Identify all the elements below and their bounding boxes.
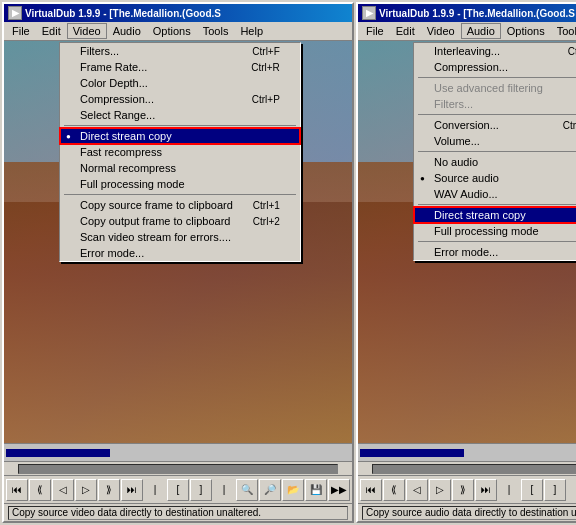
- menu-item-colordepth[interactable]: Color Depth...: [60, 75, 300, 91]
- right-status-label: Copy source audio data directly to desti…: [366, 507, 576, 518]
- audio-menu-advanced[interactable]: Use advanced filtering: [414, 80, 576, 96]
- audio-menu-errormode[interactable]: Error mode...: [414, 244, 576, 260]
- right-title-bar: ▶ VirtualDub 1.9.9 - [The.Medallion.(Goo…: [358, 4, 576, 22]
- menu-item-errormode[interactable]: Error mode...: [60, 245, 300, 261]
- right-toolbar: ⏮ ⟪ ◁ ▷ ⟫ ⏭ | [ ] | 🔍 🔎 📂 💾 ▶▶: [358, 475, 576, 503]
- btn-zoom-in[interactable]: 🔍: [236, 479, 258, 501]
- right-btn-next-key[interactable]: ⟫: [452, 479, 474, 501]
- separator-1: [64, 125, 296, 126]
- audio-sep-1: [418, 77, 576, 78]
- right-menu-tools[interactable]: Tools: [551, 23, 576, 39]
- btn-start[interactable]: ⏮: [6, 479, 28, 501]
- right-btn-mark-out[interactable]: ]: [544, 479, 566, 501]
- audio-menu-fullprocessing[interactable]: Full processing mode: [414, 223, 576, 239]
- btn-end[interactable]: ⏭: [121, 479, 143, 501]
- audio-sep-5: [418, 241, 576, 242]
- right-btn-prev-key[interactable]: ⟪: [383, 479, 405, 501]
- audio-menu-wav[interactable]: WAV Audio...: [414, 186, 576, 202]
- right-app-icon: ▶: [362, 6, 376, 20]
- btn-zoom-out[interactable]: 🔎: [259, 479, 281, 501]
- left-timeline-bar: [6, 449, 110, 457]
- right-menu-audio[interactable]: Audio: [461, 23, 501, 39]
- left-menu-video[interactable]: Video: [67, 23, 107, 39]
- left-window-title: VirtualDub 1.9.9 - [The.Medallion.(Good.…: [25, 8, 348, 19]
- right-window: ▶ VirtualDub 1.9.9 - [The.Medallion.(Goo…: [356, 2, 576, 523]
- btn-next-key[interactable]: ⟫: [98, 479, 120, 501]
- left-window: ▶ VirtualDub 1.9.9 - [The.Medallion.(Goo…: [2, 2, 354, 523]
- btn-run[interactable]: ▶▶: [328, 479, 350, 501]
- left-status-text: Copy source video data directly to desti…: [8, 506, 348, 520]
- left-menu-options[interactable]: Options: [147, 23, 197, 39]
- audio-sep-4: [418, 204, 576, 205]
- btn-mark-in[interactable]: [: [167, 479, 189, 501]
- menu-item-fullprocessing[interactable]: Full processing mode: [60, 176, 300, 192]
- audio-menu-sourceaudio[interactable]: Source audio: [414, 170, 576, 186]
- menu-item-compression[interactable]: Compression... Ctrl+P: [60, 91, 300, 107]
- btn-mark-out[interactable]: ]: [190, 479, 212, 501]
- left-menu-bar: File Edit Video Audio Options Tools Help: [4, 22, 352, 41]
- menu-item-selectrange[interactable]: Select Range...: [60, 107, 300, 123]
- audio-menu-interleaving[interactable]: Interleaving... Ctrl+I: [414, 43, 576, 59]
- right-btn-start[interactable]: ⏮: [360, 479, 382, 501]
- right-status-text: Copy source audio data directly to desti…: [362, 506, 576, 520]
- separator-2: [64, 194, 296, 195]
- audio-sep-2: [418, 114, 576, 115]
- right-scrollbar[interactable]: [358, 461, 576, 475]
- left-menu-edit[interactable]: Edit: [36, 23, 67, 39]
- right-status-bar: Copy source audio data directly to desti…: [358, 503, 576, 521]
- btn-open[interactable]: 📂: [282, 479, 304, 501]
- right-btn-next[interactable]: ▷: [429, 479, 451, 501]
- menu-item-framerate[interactable]: Frame Rate... Ctrl+R: [60, 59, 300, 75]
- right-timeline-bar: [360, 449, 464, 457]
- left-menu-help[interactable]: Help: [234, 23, 269, 39]
- menu-item-fastrecompress[interactable]: Fast recompress: [60, 144, 300, 160]
- left-scrollbar[interactable]: [4, 461, 352, 475]
- menu-item-copyoutput[interactable]: Copy output frame to clipboard Ctrl+2: [60, 213, 300, 229]
- right-btn-sep2: |: [567, 479, 576, 501]
- left-title-bar: ▶ VirtualDub 1.9.9 - [The.Medallion.(Goo…: [4, 4, 352, 22]
- audio-sep-3: [418, 151, 576, 152]
- left-menu-file[interactable]: File: [6, 23, 36, 39]
- right-timeline[interactable]: [358, 443, 576, 461]
- left-video-dropdown: Filters... Ctrl+F Frame Rate... Ctrl+R C…: [59, 42, 301, 262]
- left-menu-audio[interactable]: Audio: [107, 23, 147, 39]
- btn-prev[interactable]: ◁: [52, 479, 74, 501]
- right-menu-bar: File Edit Video Audio Options Tools Help: [358, 22, 576, 41]
- left-app-icon: ▶: [8, 6, 22, 20]
- left-status-label: Copy source video data directly to desti…: [12, 507, 261, 518]
- menu-item-scanvideo[interactable]: Scan video stream for errors....: [60, 229, 300, 245]
- left-status-bar: Copy source video data directly to desti…: [4, 503, 352, 521]
- right-btn-sep1: |: [498, 479, 520, 501]
- left-toolbar: ⏮ ⟪ ◁ ▷ ⟫ ⏭ | [ ] | 🔍 🔎 📂 💾 ▶▶: [4, 475, 352, 503]
- right-menu-edit[interactable]: Edit: [390, 23, 421, 39]
- right-menu-video[interactable]: Video: [421, 23, 461, 39]
- audio-menu-conversion[interactable]: Conversion... Ctrl+O: [414, 117, 576, 133]
- btn-sep1: |: [144, 479, 166, 501]
- right-btn-prev[interactable]: ◁: [406, 479, 428, 501]
- menu-item-normalrecompress[interactable]: Normal recompress: [60, 160, 300, 176]
- btn-sep2: |: [213, 479, 235, 501]
- menu-item-directstream[interactable]: Direct stream copy: [60, 128, 300, 144]
- right-window-title: VirtualDub 1.9.9 - [The.Medallion.(Good.…: [379, 8, 576, 19]
- right-btn-mark-in[interactable]: [: [521, 479, 543, 501]
- menu-item-copysource[interactable]: Copy source frame to clipboard Ctrl+1: [60, 197, 300, 213]
- btn-prev-key[interactable]: ⟪: [29, 479, 51, 501]
- audio-menu-directstream[interactable]: Direct stream copy: [414, 207, 576, 223]
- audio-menu-noaudio[interactable]: No audio: [414, 154, 576, 170]
- right-audio-dropdown: Interleaving... Ctrl+I Compression... Us…: [413, 42, 576, 261]
- btn-next[interactable]: ▷: [75, 479, 97, 501]
- menu-item-filters[interactable]: Filters... Ctrl+F: [60, 43, 300, 59]
- audio-menu-volume[interactable]: Volume...: [414, 133, 576, 149]
- right-menu-file[interactable]: File: [360, 23, 390, 39]
- btn-save[interactable]: 💾: [305, 479, 327, 501]
- left-timeline[interactable]: [4, 443, 352, 461]
- left-scrollbar-track[interactable]: [18, 464, 338, 474]
- right-btn-end[interactable]: ⏭: [475, 479, 497, 501]
- right-menu-options[interactable]: Options: [501, 23, 551, 39]
- audio-menu-compression[interactable]: Compression...: [414, 59, 576, 75]
- left-menu-tools[interactable]: Tools: [197, 23, 235, 39]
- right-scrollbar-track[interactable]: [372, 464, 576, 474]
- audio-menu-filters[interactable]: Filters...: [414, 96, 576, 112]
